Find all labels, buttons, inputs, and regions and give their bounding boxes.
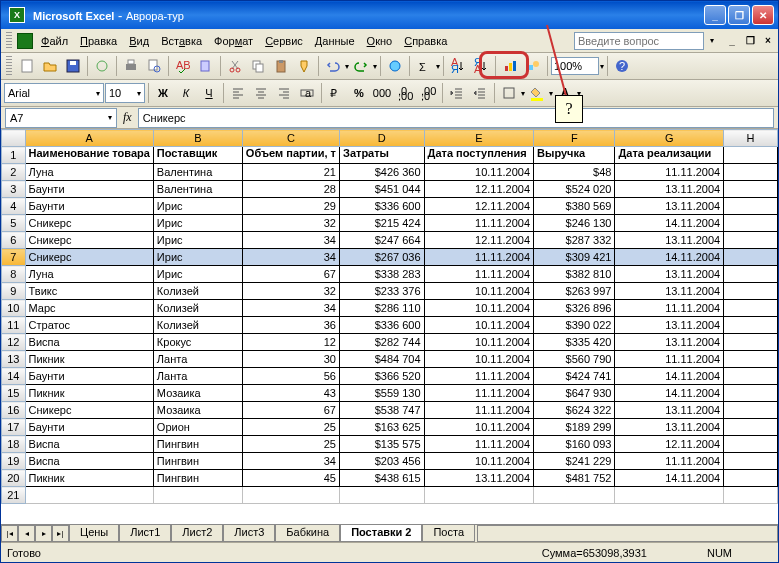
menu-file[interactable]: Файл	[35, 33, 74, 49]
decrease-decimal-button[interactable]: ,00,0	[417, 82, 439, 104]
sort-descending-button[interactable]: ЯА	[470, 55, 492, 77]
name-box[interactable]: A7▾	[5, 108, 117, 128]
bold-button[interactable]: Ж	[152, 82, 174, 104]
row-header-20[interactable]: 20	[2, 470, 26, 487]
col-header-H[interactable]: H	[724, 130, 778, 147]
cell[interactable]: Пикник	[25, 470, 153, 487]
cell[interactable]: 11.11.2004	[424, 249, 534, 266]
col-header-E[interactable]: E	[424, 130, 534, 147]
cell[interactable]: $335 420	[534, 334, 615, 351]
help-button[interactable]: ?	[611, 55, 633, 77]
cell[interactable]: Дата поступления	[424, 147, 534, 164]
drawing-button[interactable]	[522, 55, 544, 77]
cell[interactable]: 14.11.2004	[615, 470, 724, 487]
cell[interactable]: Пингвин	[153, 453, 242, 470]
cell[interactable]: Виспа	[25, 453, 153, 470]
borders-button[interactable]	[498, 82, 520, 104]
undo-button[interactable]	[322, 55, 344, 77]
cell[interactable]: $559 130	[339, 385, 424, 402]
cell[interactable]: $160 093	[534, 436, 615, 453]
new-button[interactable]	[16, 55, 38, 77]
cell[interactable]: Баунти	[25, 198, 153, 215]
select-all-corner[interactable]	[2, 130, 26, 147]
print-preview-button[interactable]	[143, 55, 165, 77]
cell[interactable]: Дата реализации	[615, 147, 724, 164]
maximize-button[interactable]: ❐	[728, 5, 750, 25]
cell[interactable]: 67	[242, 266, 339, 283]
cell[interactable]: Виспа	[25, 334, 153, 351]
cell[interactable]: 13.11.2004	[615, 232, 724, 249]
open-button[interactable]	[39, 55, 61, 77]
cell[interactable]: $382 810	[534, 266, 615, 283]
horizontal-scrollbar[interactable]	[477, 525, 778, 542]
cell[interactable]: 11.11.2004	[424, 385, 534, 402]
col-header-C[interactable]: C	[242, 130, 339, 147]
cell[interactable]: $481 752	[534, 470, 615, 487]
cell[interactable]: 12.11.2004	[424, 232, 534, 249]
cell[interactable]: 13.11.2004	[615, 283, 724, 300]
tab-next-button[interactable]: ▸	[35, 525, 52, 542]
cell[interactable]: 10.11.2004	[424, 164, 534, 181]
cell[interactable]: $426 360	[339, 164, 424, 181]
decrease-indent-button[interactable]	[446, 82, 468, 104]
cell[interactable]: 36	[242, 317, 339, 334]
cell[interactable]: $267 036	[339, 249, 424, 266]
cell[interactable]: 45	[242, 470, 339, 487]
row-header-15[interactable]: 15	[2, 385, 26, 402]
cell[interactable]: Твикс	[25, 283, 153, 300]
cell[interactable]: Ланта	[153, 368, 242, 385]
fill-color-button[interactable]	[526, 82, 548, 104]
cell[interactable]: 11.11.2004	[424, 368, 534, 385]
increase-decimal-button[interactable]: ,0,00	[394, 82, 416, 104]
cell[interactable]: $524 020	[534, 181, 615, 198]
redo-button[interactable]	[350, 55, 372, 77]
row-header-7[interactable]: 7	[2, 249, 26, 266]
cell[interactable]: Стратос	[25, 317, 153, 334]
cell[interactable]: $624 322	[534, 402, 615, 419]
cell[interactable]: 10.11.2004	[424, 351, 534, 368]
cell[interactable]: Баунти	[25, 419, 153, 436]
underline-button[interactable]: Ч	[198, 82, 220, 104]
cell[interactable]: 14.11.2004	[615, 249, 724, 266]
menu-service[interactable]: Сервис	[259, 33, 309, 49]
cell[interactable]: Объем партии, т	[242, 147, 339, 164]
row-header-16[interactable]: 16	[2, 402, 26, 419]
menu-edit[interactable]: Правка	[74, 33, 123, 49]
formula-bar[interactable]: Сникерс	[138, 108, 774, 128]
tab-last-button[interactable]: ▸|	[52, 525, 69, 542]
font-size-select[interactable]: 10▾	[105, 83, 145, 103]
cell[interactable]: Орион	[153, 419, 242, 436]
minimize-button[interactable]: _	[704, 5, 726, 25]
row-header-4[interactable]: 4	[2, 198, 26, 215]
autosum-dropdown-icon[interactable]: ▾	[436, 62, 440, 71]
cell[interactable]: 13.11.2004	[615, 198, 724, 215]
cell[interactable]: 13.11.2004	[615, 266, 724, 283]
align-center-button[interactable]	[250, 82, 272, 104]
cell[interactable]: Мозаика	[153, 385, 242, 402]
sheet-table[interactable]: A B C D E F G H 1 Наименование товара По…	[1, 129, 778, 504]
cell[interactable]: Выручка	[534, 147, 615, 164]
cell[interactable]: $241 229	[534, 453, 615, 470]
row-header-1[interactable]: 1	[2, 147, 26, 164]
cell[interactable]: 14.11.2004	[615, 215, 724, 232]
toolbar-handle[interactable]	[6, 32, 12, 50]
row-header-9[interactable]: 9	[2, 283, 26, 300]
increase-indent-button[interactable]	[469, 82, 491, 104]
font-name-select[interactable]: Arial▾	[4, 83, 104, 103]
fx-icon[interactable]: fx	[123, 110, 132, 125]
cell[interactable]: 10.11.2004	[424, 283, 534, 300]
sort-ascending-button[interactable]: АЯ	[447, 55, 469, 77]
cell[interactable]: 32	[242, 283, 339, 300]
sheet-tab[interactable]: Лист2	[171, 525, 223, 542]
row-header-21[interactable]: 21	[2, 487, 26, 504]
cell[interactable]: 25	[242, 436, 339, 453]
cell[interactable]: 13.11.2004	[615, 334, 724, 351]
row-header-17[interactable]: 17	[2, 419, 26, 436]
cell[interactable]: Пикник	[25, 351, 153, 368]
cell[interactable]: 34	[242, 453, 339, 470]
col-header-G[interactable]: G	[615, 130, 724, 147]
cell[interactable]: 43	[242, 385, 339, 402]
save-button[interactable]	[62, 55, 84, 77]
row-header-18[interactable]: 18	[2, 436, 26, 453]
sheet-tab[interactable]: Лист1	[119, 525, 171, 542]
